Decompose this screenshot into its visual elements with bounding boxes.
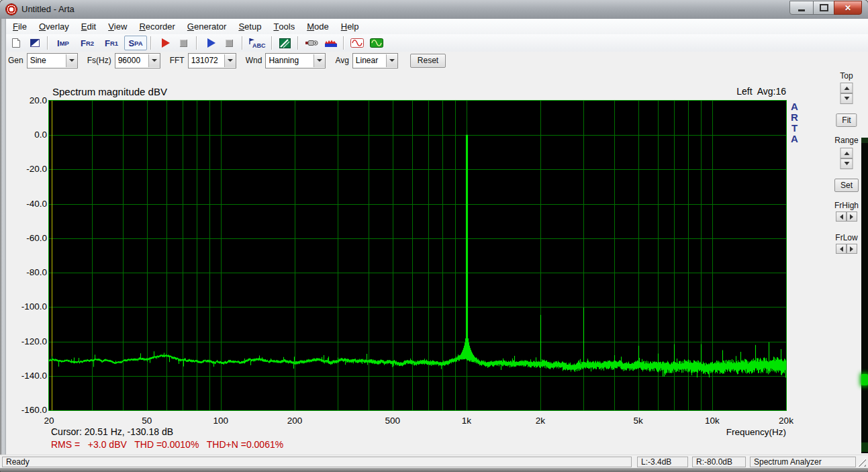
scope-sine-button[interactable] — [367, 36, 385, 50]
frlow-left-button[interactable] — [836, 244, 847, 254]
fr1-label-rest: R1 — [110, 40, 118, 47]
new-file-button[interactable] — [6, 36, 24, 50]
frhigh-right-button[interactable] — [847, 211, 857, 222]
brand-letter: A — [791, 133, 798, 144]
left-arrow-icon — [837, 214, 843, 220]
resize-grip-icon[interactable] — [857, 458, 866, 467]
record-stop-button[interactable] — [175, 36, 193, 50]
overlay-icon — [30, 38, 40, 48]
menu-overlay[interactable]: Overlay — [33, 19, 75, 34]
fr1-mode-button[interactable]: FR1 — [100, 36, 123, 50]
fit-button[interactable]: Fit — [836, 113, 857, 127]
frlow-right-button[interactable] — [847, 244, 857, 254]
x-axis-tick-label: 1k — [450, 416, 483, 426]
reset-button[interactable]: Reset — [410, 54, 446, 68]
range-up-button[interactable] — [840, 148, 853, 158]
maximize-button[interactable] — [813, 1, 834, 15]
y-axis-tick-label: 20.0 — [7, 95, 47, 106]
menu-mode[interactable]: Mode — [301, 19, 335, 34]
status-bar: Ready L:-3.4dB R:-80.0dB Spectrum Analyz… — [0, 455, 868, 468]
y-axis-tick-label: -140.0 — [7, 371, 47, 381]
imp-mode-button[interactable]: IMP — [52, 36, 75, 50]
fft-select[interactable]: 131072 — [188, 53, 236, 68]
menu-tools[interactable]: Tools — [267, 19, 301, 34]
x-axis-tick-label: 5k — [622, 416, 655, 426]
calibrate-button[interactable]: ABC — [246, 36, 268, 50]
wnd-select[interactable]: Hanning — [265, 53, 326, 68]
record-start-button[interactable] — [155, 36, 173, 50]
rms-thd-readout: RMS = +3.0 dBV THD =0.0010% THD+N =0.006… — [51, 439, 283, 450]
toolbar: IMP FR2 FR1 SPA ABC — [0, 34, 868, 52]
brand-letter: R — [791, 111, 798, 123]
menu-generator[interactable]: Generator — [181, 19, 233, 34]
x-axis-tick-label: 10k — [695, 416, 729, 426]
x-axis-tick-label: 100 — [204, 416, 238, 426]
diagonal-stripes-icon — [279, 38, 291, 48]
microphone-button[interactable] — [302, 36, 320, 50]
menu-view[interactable]: View — [102, 19, 133, 34]
fs-select[interactable]: 96000 — [115, 53, 160, 68]
frhigh-left-button[interactable] — [836, 211, 847, 222]
fs-label: Fs(Hz) — [87, 56, 111, 65]
title-bar[interactable]: Untitled - Arta ✕ — [0, 0, 868, 19]
gen-select[interactable]: Sine — [27, 53, 78, 68]
spectrum-plot[interactable] — [48, 100, 787, 411]
fr2-mode-button[interactable]: FR2 — [76, 36, 99, 50]
spa-mode-button[interactable]: SPA — [124, 36, 147, 50]
dropdown-arrow-icon — [314, 54, 325, 67]
toolbar-separator — [47, 36, 48, 50]
dropdown-arrow-icon — [148, 54, 160, 67]
side-panel: Top Fit Range Set FrHigh FrLow — [832, 69, 861, 271]
left-arrow-icon — [837, 246, 843, 252]
x-axis-tick-label: 20k — [769, 416, 803, 426]
minimize-button[interactable] — [789, 1, 814, 15]
y-axis-tick-label: -120.0 — [7, 336, 47, 347]
fft-value: 131072 — [189, 56, 224, 65]
generator-sine-button[interactable] — [348, 36, 366, 50]
avg-value: Linear — [353, 56, 386, 65]
frhigh-label: FrHigh — [832, 201, 861, 210]
menu-edit[interactable]: Edit — [75, 19, 102, 34]
play-icon — [207, 38, 215, 48]
right-arrow-icon — [850, 246, 856, 252]
menu-file[interactable]: File — [7, 19, 33, 34]
avg-select[interactable]: Linear — [352, 53, 398, 68]
gen-value: Sine — [28, 56, 66, 65]
menu-setup[interactable]: Setup — [232, 19, 267, 34]
calibrate-abc-icon: ABC — [248, 37, 266, 49]
menu-bar: FileOverlayEditViewRecorderGeneratorSetu… — [0, 19, 868, 35]
meter-glow — [861, 138, 868, 143]
svg-text:ABC: ABC — [252, 42, 266, 49]
dropdown-arrow-icon — [386, 54, 397, 67]
channel-average-label: Left Avg:16 — [736, 86, 786, 97]
range-label: Range — [832, 136, 861, 145]
play-button[interactable] — [201, 36, 219, 50]
set-button[interactable]: Set — [834, 179, 859, 192]
overlay-button[interactable] — [26, 36, 44, 50]
top-down-button[interactable] — [840, 93, 853, 104]
fr1-label: F — [105, 38, 110, 48]
menu-help[interactable]: Help — [335, 19, 365, 34]
plot-title: Spectrum magnitude dBV — [52, 86, 167, 97]
signal-view-button[interactable] — [322, 36, 340, 50]
plot-region: Spectrum magnitude dBV Left Avg:16 A R T… — [0, 69, 868, 455]
stop-icon — [226, 40, 233, 47]
spa-label-rest: PA — [134, 40, 143, 47]
y-axis-tick-label: -20.0 — [7, 164, 47, 175]
scaling-button[interactable] — [276, 36, 294, 50]
toolbar-separator — [196, 36, 197, 50]
record-play-icon — [162, 38, 170, 48]
fft-label: FFT — [170, 56, 185, 65]
avg-label: Avg — [335, 56, 348, 65]
meter-glow — [861, 442, 868, 452]
stop-button[interactable] — [220, 36, 238, 50]
minimize-icon — [798, 9, 805, 11]
down-arrow-icon — [844, 162, 849, 168]
new-file-icon — [10, 38, 21, 48]
top-up-button[interactable] — [840, 83, 853, 93]
frhigh-spinner — [836, 211, 857, 222]
menu-recorder[interactable]: Recorder — [133, 19, 181, 34]
range-down-button[interactable] — [840, 158, 853, 169]
window-frame-bottom — [0, 468, 868, 472]
close-button[interactable]: ✕ — [834, 1, 862, 15]
